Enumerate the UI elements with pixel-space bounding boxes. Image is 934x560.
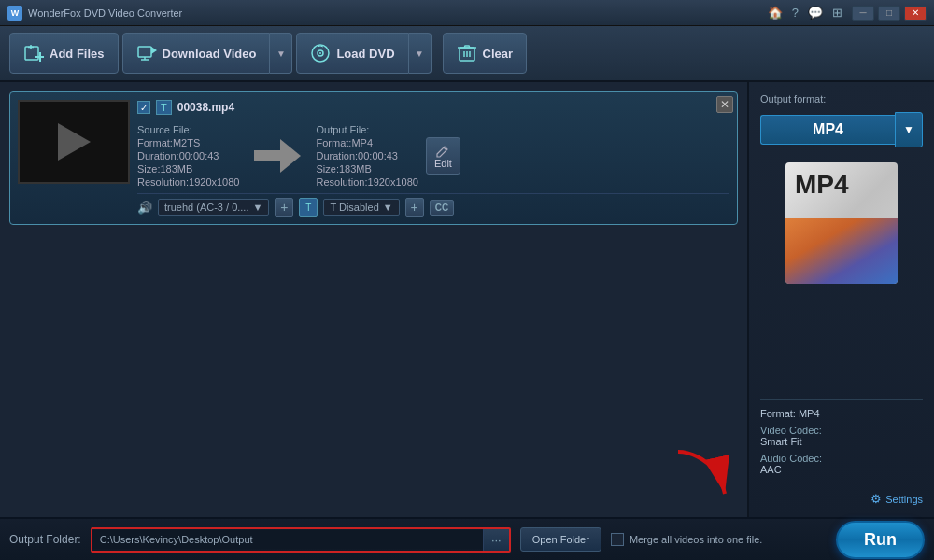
- bottom-bar: Output Folder: ··· Open Folder Merge all…: [0, 517, 934, 560]
- format-details: Format: MP4 Video Codec: Smart Fit Audio…: [760, 399, 923, 481]
- format-detail-video: Video Codec: Smart Fit: [760, 425, 923, 447]
- title-bar: W WonderFox DVD Video Converter 🏠 ? 💬 ⊞ …: [0, 0, 934, 26]
- open-folder-button[interactable]: Open Folder: [520, 527, 601, 552]
- load-dvd-icon: [310, 43, 331, 63]
- app-title: WonderFox DVD Video Converter: [28, 7, 768, 19]
- format-value[interactable]: MP4: [760, 115, 895, 145]
- file-details: Source File: Format:M2TS Duration:00:00:…: [137, 124, 729, 188]
- output-folder-label: Output Folder:: [9, 533, 81, 546]
- output-resolution: Resolution:1920x1080: [316, 176, 417, 188]
- svg-rect-5: [138, 47, 151, 57]
- merge-label: Merge all videos into one file.: [630, 534, 762, 545]
- convert-arrow: [254, 142, 301, 170]
- audio-dropdown-icon: ▼: [252, 202, 262, 213]
- audio-codec-label: Audio Codec:: [760, 453, 923, 464]
- app-icon: W: [7, 6, 22, 21]
- format-image-film: [785, 218, 898, 284]
- run-button[interactable]: Run: [836, 521, 925, 559]
- file-checkbox[interactable]: ✓: [137, 101, 150, 114]
- load-dvd-label: Load DVD: [336, 47, 394, 61]
- file-item: ✓ T 00038.mp4 Source File: Format:M2TS D…: [9, 91, 738, 225]
- output-folder-input[interactable]: [92, 530, 483, 549]
- settings-link[interactable]: ⚙ Settings: [870, 492, 923, 506]
- download-video-label: Download Video: [163, 47, 257, 61]
- toolbar: Add Files Download Video ▼: [0, 26, 934, 82]
- type-badge-small: T: [299, 198, 318, 217]
- edit-label: Edit: [434, 158, 452, 169]
- add-files-button[interactable]: Add Files: [9, 33, 119, 74]
- arrow-body: [254, 150, 280, 161]
- merge-check-input[interactable]: [611, 533, 624, 546]
- audio-codec-value: AAC: [760, 464, 923, 475]
- subtitle-label: T Disabled: [330, 202, 378, 213]
- source-format: Format:M2TS: [137, 137, 239, 148]
- file-info-panel: ✓ T 00038.mp4 Source File: Format:M2TS D…: [137, 100, 729, 217]
- file-bottom: 🔊 truehd (AC-3 / 0.... ▼ + T T Disabled …: [137, 193, 729, 217]
- maximize-button[interactable]: □: [878, 6, 900, 21]
- download-video-icon: [136, 43, 157, 63]
- download-video-dropdown[interactable]: ▼: [270, 33, 292, 74]
- arrow-head: [280, 139, 301, 173]
- load-dvd-dropdown[interactable]: ▼: [409, 33, 432, 74]
- source-duration: Duration:00:00:43: [137, 150, 239, 161]
- svg-marker-6: [151, 47, 157, 54]
- format-image-label: MP4: [795, 170, 849, 200]
- output-format: Format:MP4: [316, 137, 417, 148]
- output-duration: Duration:00:00:43: [316, 150, 417, 161]
- subtitle-dropdown-icon: ▼: [383, 202, 393, 213]
- format-dropdown[interactable]: ▼: [895, 112, 923, 147]
- output-label: Output File:: [316, 124, 417, 135]
- audio-selector[interactable]: truehd (AC-3 / 0.... ▼: [158, 199, 269, 216]
- load-dvd-group: Load DVD ▼: [296, 33, 431, 74]
- source-details: Source File: Format:M2TS Duration:00:00:…: [137, 124, 239, 188]
- add-audio-button[interactable]: +: [275, 198, 293, 217]
- edit-button[interactable]: Edit: [426, 137, 460, 175]
- add-files-label: Add Files: [50, 47, 105, 61]
- format-thumbnail: MP4: [785, 162, 898, 284]
- close-button[interactable]: ✕: [904, 6, 927, 21]
- format-image-bg: MP4: [785, 162, 898, 284]
- minimize-button[interactable]: ─: [852, 6, 874, 21]
- file-type-badge: T: [156, 100, 172, 115]
- output-details: Output File: Format:MP4 Duration:00:00:4…: [316, 124, 417, 188]
- gear-icon: ⚙: [870, 492, 882, 506]
- main-area: ✓ T 00038.mp4 Source File: Format:M2TS D…: [0, 82, 934, 517]
- chat-icon[interactable]: 💬: [808, 6, 823, 20]
- subtitle-selector[interactable]: T Disabled ▼: [323, 199, 399, 216]
- right-panel: Output format: MP4 ▼ MP4 Format: MP4 Vid…: [747, 82, 934, 517]
- clear-button[interactable]: Clear: [443, 33, 528, 74]
- home-icon[interactable]: 🏠: [768, 6, 783, 20]
- file-header: ✓ T 00038.mp4: [137, 100, 729, 119]
- video-codec-label: Video Codec:: [760, 425, 923, 436]
- merge-checkbox: Merge all videos into one file.: [611, 533, 762, 546]
- window-icon[interactable]: ⊞: [832, 6, 842, 20]
- arrow-container: [239, 142, 316, 170]
- download-video-group: Download Video ▼: [122, 33, 293, 74]
- clear-label: Clear: [483, 47, 514, 61]
- format-detail-format-value: Format: MP4: [760, 408, 923, 419]
- load-dvd-button[interactable]: Load DVD: [296, 33, 408, 74]
- format-selector: MP4 ▼: [760, 112, 923, 147]
- source-resolution: Resolution:1920x1080: [137, 176, 239, 188]
- cc-button[interactable]: CC: [430, 200, 454, 216]
- settings-label: Settings: [885, 494, 923, 505]
- format-detail-format: Format: MP4: [760, 408, 923, 419]
- play-icon: [58, 123, 91, 161]
- source-label: Source File:: [137, 124, 239, 135]
- video-codec-value: Smart Fit: [760, 436, 923, 447]
- clear-icon: [457, 43, 477, 63]
- output-format-label: Output format:: [760, 93, 826, 105]
- add-subtitle-button[interactable]: +: [405, 198, 424, 217]
- download-video-button[interactable]: Download Video: [122, 33, 271, 74]
- browse-button[interactable]: ···: [483, 529, 509, 551]
- audio-track-label: truehd (AC-3 / 0....: [164, 202, 248, 213]
- speaker-icon: 🔊: [137, 201, 152, 215]
- file-close-button[interactable]: ✕: [716, 96, 733, 113]
- help-icon[interactable]: ?: [792, 6, 799, 20]
- add-files-icon: [23, 43, 44, 63]
- output-size: Size:183MB: [316, 163, 417, 175]
- file-name: 00038.mp4: [177, 101, 234, 114]
- source-size: Size:183MB: [137, 163, 239, 175]
- file-list-area: ✓ T 00038.mp4 Source File: Format:M2TS D…: [0, 82, 747, 517]
- file-thumbnail: [18, 100, 130, 184]
